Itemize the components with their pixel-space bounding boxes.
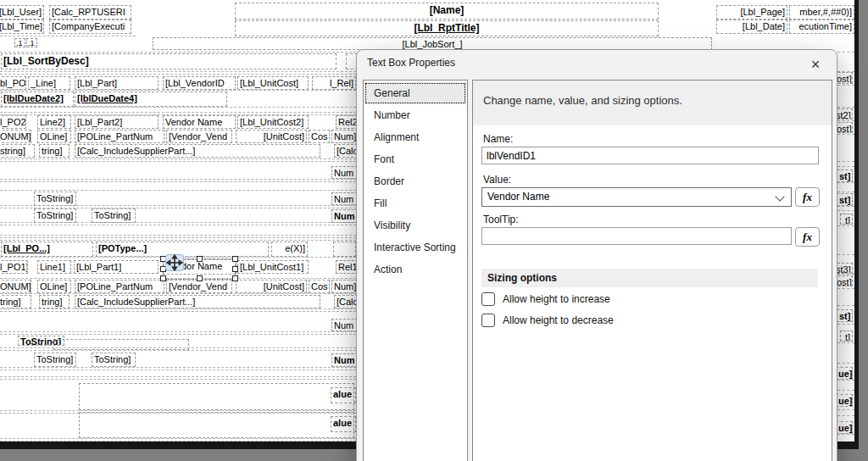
report-field[interactable]: [Lbl_UnitCost] [237,76,309,90]
report-field[interactable]: alue [331,416,356,432]
report-field[interactable]: tring] [39,144,70,158]
nav-item-border[interactable]: Border [364,170,466,192]
report-field[interactable]: [Lbl_Page] [716,5,787,19]
tooltip-input[interactable] [481,227,792,245]
selection-handle[interactable] [160,275,166,281]
nav-item-general[interactable]: General [364,82,466,104]
report-field[interactable]: [UnitCost] [236,280,307,293]
report-field[interactable]: [Lbl_JobSort_] [153,37,712,50]
nav-item-font[interactable]: Font [364,148,466,170]
report-field[interactable]: Num] [331,130,358,143]
report-field[interactable]: [POLine_PartNum [75,280,164,293]
selection-handle[interactable] [197,275,203,281]
report-field[interactable]: [Lbl_UnitCost1] [237,260,309,274]
report-field[interactable]: _Line] [28,76,70,90]
report-field[interactable]: ToString] [34,353,76,367]
report-field[interactable] [333,242,356,257]
value-expression-button[interactable]: fx [795,187,820,207]
report-field[interactable]: Num [331,192,358,205]
report-field[interactable]: Cos [309,130,330,143]
report-field[interactable]: [CompanyExecuti [49,19,131,34]
report-field[interactable]: [Lbl_PO...] [1,242,93,257]
report-field[interactable]: [Lbl_Part2] [75,115,159,129]
report-field[interactable]: Cos [309,280,330,293]
selection-handle[interactable] [232,256,238,262]
report-field[interactable]: ONUM] [0,130,31,143]
report-field[interactable]: Num [331,166,358,179]
report-field[interactable]: ,1 [14,38,25,47]
report-field[interactable]: ecutionTime] [789,19,854,34]
report-field[interactable]: t] [840,214,853,225]
report-field[interactable]: [POLine_PartNum [75,130,164,143]
report-field[interactable]: [Lbl_Date] [716,19,787,34]
report-field[interactable]: [UnitCost] [236,130,307,143]
checkbox-allow-height-to-decrease[interactable] [481,314,495,327]
report-field[interactable]: l_PO2] [0,115,26,129]
close-icon[interactable]: × [804,53,826,75]
report-field[interactable]: [Calc_RPTUSERI [49,5,131,19]
value-combobox[interactable]: Vendor Name [481,187,792,207]
report-field[interactable]: bl_PO] [0,76,26,90]
report-field[interactable]: ONUM] [0,280,31,293]
name-input[interactable] [481,147,819,164]
report-field[interactable]: [Lbl_SortByDesc] [1,53,337,69]
report-field[interactable]: [Lbl_Part] [75,76,159,90]
report-field[interactable] [79,412,354,438]
report-field[interactable]: ue] [836,367,853,380]
report-field[interactable]: st] [837,309,853,322]
report-field[interactable]: OLine] [37,130,71,143]
report-field[interactable]: [Name] [235,3,659,19]
report-field[interactable]: [Vendor_Vend [166,280,232,293]
nav-item-action[interactable]: Action [364,258,466,280]
tooltip-expression-button[interactable]: fx [795,227,820,247]
report-field[interactable]: l_Rel] [312,76,356,90]
report-field[interactable]: Num [331,353,358,367]
report-field[interactable]: Num] [331,280,358,293]
report-field[interactable]: Vendor Name [163,115,236,129]
report-field[interactable]: [Calc [334,295,358,308]
nav-item-number[interactable]: Number [364,104,466,126]
report-field[interactable]: Num [331,209,358,223]
checkbox-allow-height-to-increase[interactable] [481,292,495,306]
report-field[interactable]: ToString] [34,192,76,206]
report-field[interactable]: Line1] [37,260,71,274]
report-field[interactable]: ue] [836,421,853,434]
report-field[interactable]: [lblDueDate4] [75,92,227,107]
report-field[interactable]: Rel1] [336,260,358,274]
report-field[interactable]: st] [837,169,853,182]
report-field[interactable]: [Vendor_Vend [166,130,232,143]
nav-item-interactive-sorting[interactable]: Interactive Sorting [364,236,466,258]
report-field[interactable]: Num [331,319,358,331]
report-field[interactable]: Rel2] [336,115,358,129]
selection-handle[interactable] [197,256,203,262]
report-field[interactable]: st] [837,193,853,206]
report-field[interactable]: [Lbl_RptTitle] [235,20,659,36]
report-field[interactable]: alue [331,387,356,403]
report-field[interactable]: t] [840,330,853,342]
report-field[interactable]: tring] [0,295,31,308]
report-field[interactable]: ue] [836,394,853,407]
report-field[interactable]: mber,#,##0)] [789,5,854,19]
selection-handle[interactable] [232,266,238,272]
report-field[interactable]: [Lbl_User] [0,5,44,19]
report-field[interactable]: OLine] [37,280,71,293]
report-field[interactable]: ,1 [26,38,37,47]
selection-handle[interactable] [232,275,238,281]
report-field[interactable]: ToString] [92,353,136,367]
report-field[interactable]: Line2] [37,115,71,129]
report-field[interactable]: l_PO1] [0,260,28,274]
report-field[interactable]: [Lbl_UnitCost2] [237,115,309,129]
report-field[interactable]: [Lbl_Time] [0,19,44,34]
nav-item-fill[interactable]: Fill [364,192,466,214]
report-field[interactable] [79,383,354,410]
nav-item-visibility[interactable]: Visibility [364,214,466,236]
report-field[interactable]: [Lbl_Part1] [74,260,159,274]
nav-item-alignment[interactable]: Alignment [364,126,466,148]
report-field[interactable]: [Calc [334,144,358,158]
report-field[interactable]: e(X)] [271,242,308,257]
report-field[interactable] [53,339,189,350]
report-field[interactable]: [Calc_IncludeSupplierPart...] [75,144,320,158]
report-field[interactable]: tring] [39,295,70,308]
report-field[interactable]: string] [0,144,35,158]
report-field[interactable]: [lblDueDate2] [1,92,74,107]
